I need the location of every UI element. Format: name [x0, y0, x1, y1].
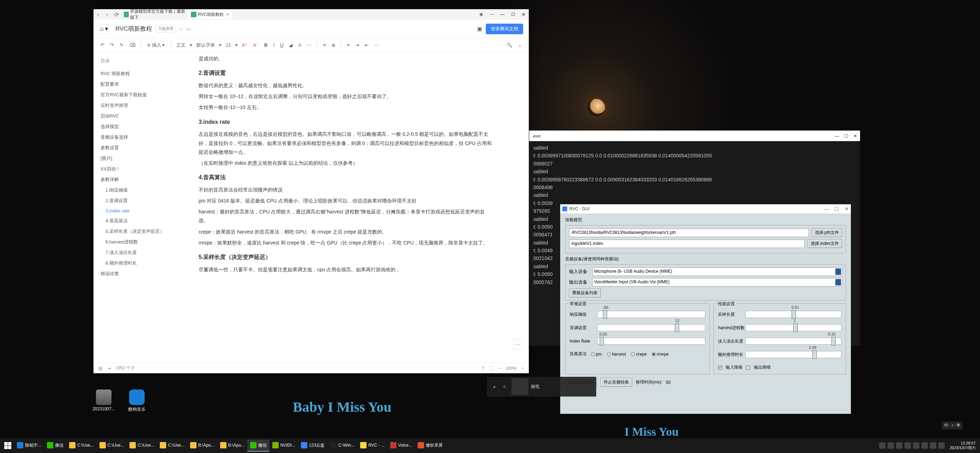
taskbar-clock[interactable]: 12:28:57 2023/10/7/周六: [947, 441, 978, 450]
fullscreen-icon[interactable]: ⛶: [489, 366, 493, 371]
desktop-icon-kugou[interactable]: 酷狗音乐: [124, 389, 150, 412]
menu-icon[interactable]: ≡: [501, 383, 508, 390]
block-slider[interactable]: [745, 311, 842, 318]
taskbar-item[interactable]: 陈柏宇...: [14, 440, 44, 451]
underline-btn[interactable]: U: [279, 41, 285, 48]
tray-icon[interactable]: [921, 442, 928, 449]
taskbar-item[interactable]: 傲软录屏: [415, 440, 445, 451]
taskbar-item[interactable]: 微信: [44, 440, 66, 451]
maximize-btn[interactable]: ☐: [844, 134, 848, 139]
outline-item[interactable]: 7.淡入淡出长度: [100, 247, 185, 258]
pitch-slider[interactable]: [597, 324, 705, 331]
desktop-icon-file[interactable]: 20231007...: [91, 389, 116, 412]
undo-btn[interactable]: ↶: [99, 41, 106, 48]
style-menu[interactable]: 正文: [175, 41, 187, 49]
font-size[interactable]: 11: [224, 41, 232, 48]
more-icon[interactable]: ⋯: [487, 10, 497, 19]
algo-crepe-radio[interactable]: [631, 352, 635, 356]
select-index-button[interactable]: 选择.index文件: [808, 239, 842, 248]
tray-icon[interactable]: [930, 442, 936, 449]
algo-pm-radio[interactable]: [590, 352, 595, 356]
tray-icon[interactable]: [939, 442, 945, 449]
tray-icon[interactable]: [913, 442, 920, 449]
threshold-slider[interactable]: [597, 311, 705, 318]
taskbar-item[interactable]: RVC - ...: [357, 440, 387, 451]
present-icon[interactable]: ▣: [477, 25, 482, 32]
maximize-btn[interactable]: ☐: [508, 10, 518, 19]
outline-item[interactable]: 参数详解: [100, 174, 185, 185]
out-denoise-check[interactable]: [746, 366, 750, 370]
nav-icon[interactable]: ⇥: [107, 366, 111, 371]
tray-icon[interactable]: [888, 442, 894, 449]
stop-conversion-button[interactable]: 停止音频转换: [600, 378, 632, 387]
outdent-btn[interactable]: ⇤: [363, 41, 370, 48]
outline-item[interactable]: XX启动！: [100, 164, 185, 174]
nav-refresh[interactable]: ⟳: [112, 10, 121, 19]
indent-btn[interactable]: ⇥: [354, 41, 361, 48]
float-more-btn[interactable]: ⋯: [512, 339, 522, 349]
numbered-list-btn[interactable]: ≣: [330, 41, 337, 48]
outline-item[interactable]: 参数设置: [100, 143, 185, 153]
harvest-slider[interactable]: [745, 324, 842, 331]
taskbar-item[interactable]: C:\Use...: [157, 440, 187, 451]
collapse-icon[interactable]: ▸: [491, 383, 498, 390]
outline-item[interactable]: 配置要求: [100, 79, 185, 90]
outline-item[interactable]: 错误排查: [100, 269, 185, 279]
view-mode-icon[interactable]: ▤: [99, 366, 102, 371]
outline-item[interactable]: RVC 萌新教程: [100, 68, 185, 79]
start-button[interactable]: [2, 439, 14, 452]
close-btn[interactable]: ✕: [518, 10, 529, 19]
list-btn[interactable]: ≡: [322, 41, 328, 48]
outline-item[interactable]: 1.响应阈值: [100, 185, 185, 196]
minimize-btn[interactable]: —: [497, 10, 508, 19]
ime-icon[interactable]: ♪: [951, 422, 954, 429]
outline-item[interactable]: 3.index rate: [100, 206, 185, 216]
taskbar-item[interactable]: C:\Win...: [328, 440, 357, 451]
doc-content[interactable]: 是成功的。2.音调设置数值代表的意义：越高越女性化，越低越男性化。男转女一般在 …: [192, 52, 529, 363]
algo-rmvpe-radio[interactable]: [652, 352, 656, 356]
minimize-btn[interactable]: —: [835, 134, 839, 139]
collapse-icon[interactable]: ⌄: [517, 41, 523, 48]
taskbar-item[interactable]: B:\Apo...: [187, 440, 217, 451]
login-button[interactable]: 登录腾讯文档: [486, 24, 523, 34]
tray-icon[interactable]: [896, 442, 902, 449]
star-icon[interactable]: ☆: [179, 26, 183, 32]
extra-slider[interactable]: [745, 351, 842, 358]
clear-format-icon[interactable]: ⌫: [128, 41, 137, 48]
align-btn[interactable]: ≡: [346, 41, 352, 48]
outline-item[interactable]: 选择模型: [100, 121, 185, 132]
taskbar-item[interactable]: C:\Use...: [127, 440, 157, 451]
search-icon[interactable]: 🔍: [505, 41, 514, 48]
outline-item[interactable]: 音频设备选择: [100, 132, 185, 143]
nav-forward[interactable]: ›: [103, 10, 112, 19]
browser-tab-1[interactable]: RVC萌新教程✕: [188, 10, 232, 19]
crossfade-slider[interactable]: [745, 338, 842, 345]
outline-item[interactable]: [图片]: [100, 153, 185, 164]
close-btn[interactable]: ✕: [845, 206, 849, 212]
taskbar-item[interactable]: Voice...: [387, 440, 415, 451]
ime-lang[interactable]: 中: [944, 422, 948, 429]
font-increase[interactable]: A⁺: [240, 41, 249, 48]
outline-item[interactable]: 实时变声推理: [100, 100, 185, 111]
more-format[interactable]: ⋯: [305, 41, 313, 48]
brush-icon[interactable]: ✎: [118, 41, 125, 48]
highlight-btn[interactable]: ◢: [288, 41, 294, 48]
home-button[interactable]: ⌂ ▾: [99, 24, 109, 34]
outline-item[interactable]: 5.采样长度（决定变声延迟）: [100, 226, 185, 237]
maximize-btn[interactable]: ☐: [834, 206, 839, 212]
ime-icon[interactable]: ✻: [956, 422, 960, 429]
taskbar-item[interactable]: C:\Use...: [97, 440, 127, 451]
redo-btn[interactable]: ↷: [109, 41, 115, 48]
globe-icon[interactable]: ⊕: [476, 10, 487, 19]
outline-item[interactable]: 启动RVC: [100, 111, 185, 121]
outline-item[interactable]: 4.音高算法: [100, 216, 185, 226]
input-device-select[interactable]: Microphone (6- USB Audio Device (MME): [592, 267, 842, 276]
outline-item[interactable]: 8.额外推理时长: [100, 258, 185, 269]
copy-icon[interactable]: ▭: [186, 26, 191, 32]
outline-item[interactable]: 6.harvest进程数: [100, 237, 185, 247]
font-menu[interactable]: 默认字体: [195, 41, 216, 49]
browser-tab-0[interactable]: 开源模型库官方版下载｜最新版下: [121, 10, 188, 19]
algo-harvest-radio[interactable]: [607, 352, 611, 356]
insert-menu[interactable]: ⊕ 插入 ▾: [146, 41, 166, 49]
help-icon[interactable]: ?: [482, 366, 484, 371]
